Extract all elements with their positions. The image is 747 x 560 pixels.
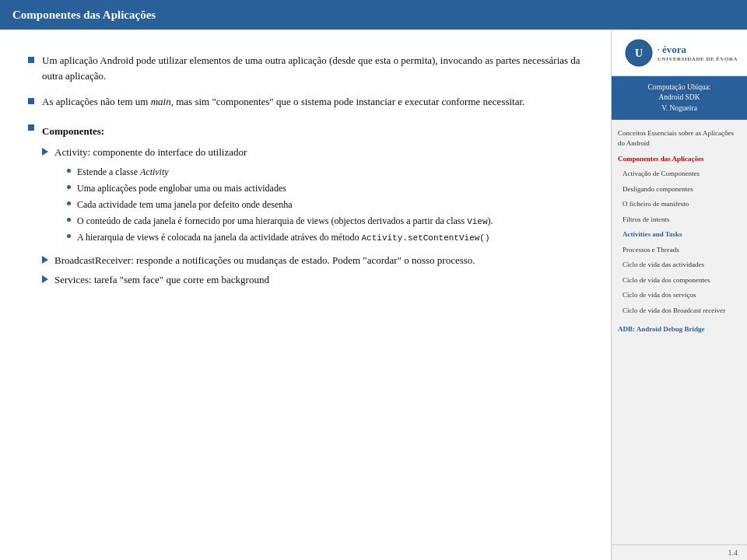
sidebar-item-ciclo-servicos[interactable]: Ciclo de vida dos serviços (612, 288, 747, 303)
sidebar-item-adb[interactable]: ADB: Android Debug Bridge (612, 318, 747, 341)
bullet-text-2: As aplicações não tem um main, mas sim "… (42, 94, 524, 110)
bullet-text-1: Um aplicação Android pode utilizar eleme… (42, 53, 583, 83)
activity-title-text: Activity: componente do interface do uti… (54, 145, 247, 160)
activity-section: Activity: componente do interface do uti… (42, 145, 493, 245)
broadcast-title-text: BroadcastReceiver: responde a notificaçõ… (54, 253, 475, 268)
sub-text-5: A hierarquia de views é colocada na jane… (77, 230, 490, 245)
left-panel: Um aplicação Android pode utilizar eleme… (0, 30, 611, 560)
bullet-icon-3 (28, 124, 34, 131)
sidebar-item-desligando[interactable]: Desligando componentes (612, 182, 747, 198)
components-title-label: Componentes: (42, 124, 493, 139)
bullet-item-2: As aplicações não tem um main, mas sim "… (28, 94, 583, 110)
components-title-text: Componentes: (42, 125, 104, 137)
sub-dot-1 (67, 169, 71, 173)
logo-evora: · évora (658, 44, 738, 56)
university-logo: U · évora UNIVERSIDADE DE ÉVORA (625, 39, 738, 67)
sub-text-1: Estende a classe Activity (77, 165, 169, 179)
logo-text-block: · évora UNIVERSIDADE DE ÉVORA (658, 44, 738, 62)
sub-text-3: Cada actividade tem uma janela por defei… (77, 198, 293, 212)
university-logo-icon: U (625, 39, 653, 67)
sidebar-item-ciclo-broadcast[interactable]: Ciclo de vida dos Broadcast receiver (612, 303, 747, 319)
services-title-text: Services: tarefa "sem face" que corre em… (54, 272, 269, 288)
sidebar-item-ciclo-actividades[interactable]: Ciclo de vida das actividades (612, 257, 747, 273)
activity-title-row: Activity: componente do interface do uti… (42, 145, 493, 160)
activity-sub-3: Cada actividade tem uma janela por defei… (67, 198, 493, 212)
sub-dot-3 (67, 201, 71, 205)
bullet-item-1: Um aplicação Android pode utilizar eleme… (28, 53, 583, 83)
bullet-icon-1 (28, 57, 34, 63)
sub-text-4: O conteúdo de cada janela é fornecido po… (77, 214, 493, 229)
sidebar-nav: Conceitos Essenciais sobre as Aplicações… (612, 120, 747, 544)
header-bar: Componentes das Aplicações (0, 0, 747, 30)
svg-text:U: U (635, 47, 643, 59)
sidebar-item-ciclo-componentes[interactable]: Ciclo de vida dos componentes (612, 273, 747, 289)
activity-sub-5: A hierarquia de views é colocada na jane… (67, 230, 493, 245)
course-info-box: Computação Ubíqua: Android SDK V. Noguei… (612, 76, 747, 120)
sidebar-item-filtros[interactable]: Filtros de intents (612, 212, 747, 228)
sidebar-item-conceitos[interactable]: Conceitos Essenciais sobre as Aplicações… (612, 126, 747, 152)
services-title-row: Services: tarefa "sem face" que corre em… (42, 272, 493, 288)
activity-sub-4: O conteúdo de cada janela é fornecido po… (67, 214, 493, 229)
arrow-icon-broadcast (42, 256, 48, 264)
logo-university-name: UNIVERSIDADE DE ÉVORA (658, 56, 738, 62)
right-sidebar: U · évora UNIVERSIDADE DE ÉVORA Computaç… (611, 30, 747, 560)
university-logo-area: U · évora UNIVERSIDADE DE ÉVORA (612, 30, 747, 76)
sub-dot-4 (67, 218, 71, 222)
arrow-icon-services (42, 275, 48, 283)
broadcast-section: BroadcastReceiver: responde a notificaçõ… (42, 253, 493, 268)
course-line2: Android SDK (619, 93, 739, 103)
sub-dot-2 (67, 185, 71, 189)
bullet2-after: , mas sim "componentes" que o sistema po… (171, 96, 525, 107)
services-section: Services: tarefa "sem face" que corre em… (42, 272, 493, 288)
broadcast-title-row: BroadcastReceiver: responde a notificaçõ… (42, 253, 493, 268)
sub-text-2: Uma aplicações pode englobar uma ou mais… (77, 181, 286, 195)
sidebar-item-ficheiro[interactable]: O ficheiro de manifesto (612, 197, 747, 212)
course-line3: V. Nogueira (619, 103, 739, 114)
bullet-item-3: Componentes: Activity: componente do int… (28, 121, 583, 292)
page-number: 1.4 (612, 544, 747, 560)
bullet2-before: As aplicações não tem um (42, 96, 151, 107)
course-line1: Computação Ubíqua: (619, 82, 739, 93)
sub-dot-5 (67, 234, 71, 238)
bullet-icon-2 (28, 98, 34, 104)
main-content: Um aplicação Android pode utilizar eleme… (0, 30, 747, 560)
activity-sub-1: Estende a classe Activity (67, 165, 493, 179)
activity-sub-2: Uma aplicações pode englobar uma ou mais… (67, 181, 493, 195)
sidebar-item-activities[interactable]: Activities and Tasks (612, 227, 747, 243)
arrow-icon-activity (42, 148, 48, 156)
sidebar-item-componentes[interactable]: Componentes das Aplicações (612, 152, 747, 167)
sidebar-item-activacao[interactable]: Activação de Componentes (612, 166, 747, 182)
header-title: Componentes das Aplicações (12, 9, 156, 22)
components-section: Componentes: Activity: componente do int… (42, 124, 493, 292)
bullet2-italic: main (151, 96, 171, 107)
sidebar-item-processos[interactable]: Processos e Threads (612, 243, 747, 258)
